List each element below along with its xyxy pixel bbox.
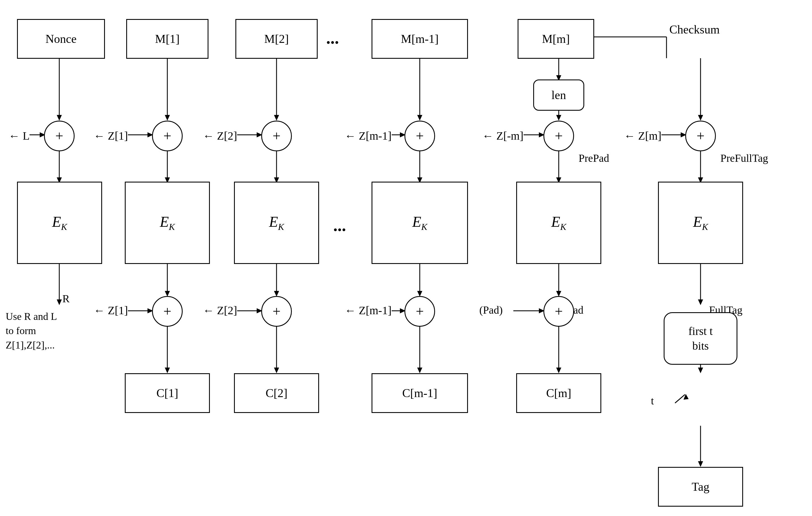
m2-label: M[2] bbox=[264, 32, 289, 46]
xor4-circle: + bbox=[404, 120, 435, 151]
ek5-box: EK bbox=[516, 182, 601, 264]
ek4-box: EK bbox=[372, 182, 468, 264]
c2-label: C[2] bbox=[266, 386, 288, 400]
prefulltag-label: PreFullTag bbox=[720, 152, 768, 164]
svg-marker-65 bbox=[698, 368, 703, 373]
dots-top: ... bbox=[326, 28, 339, 48]
c1-label: C[1] bbox=[156, 386, 178, 400]
xor2-circle: + bbox=[152, 120, 183, 151]
svg-marker-25 bbox=[274, 291, 279, 297]
prepad-label: PrePad bbox=[579, 152, 609, 164]
ek2-box: EK bbox=[125, 182, 210, 264]
svg-marker-59 bbox=[698, 115, 703, 120]
checksum-label: Checksum bbox=[669, 23, 720, 36]
use-r-label: Use R and Lto formZ[1],Z[2],... bbox=[6, 309, 57, 352]
mm1-label: M[m-1] bbox=[401, 32, 439, 46]
svg-marker-63 bbox=[698, 299, 703, 305]
dots-mid: ... bbox=[333, 216, 346, 235]
ek4-label: EK bbox=[412, 213, 427, 232]
svg-marker-67 bbox=[698, 461, 703, 467]
xor-bot5-circle: + bbox=[544, 296, 574, 327]
z1-top-label: ← Z[1] bbox=[94, 129, 128, 142]
ek1-box: EK bbox=[17, 182, 102, 264]
m1-box: M[1] bbox=[126, 19, 208, 59]
svg-marker-37 bbox=[417, 291, 422, 297]
ek2-label: EK bbox=[160, 213, 175, 232]
mm-box: M[m] bbox=[518, 19, 594, 59]
svg-marker-21 bbox=[274, 115, 279, 120]
first-t-bits-box: first tbits bbox=[664, 312, 737, 365]
xor1-circle: + bbox=[44, 120, 75, 151]
cm1-label: C[m-1] bbox=[402, 386, 437, 400]
svg-marker-15 bbox=[165, 368, 170, 373]
c1-box: C[1] bbox=[125, 373, 210, 413]
len-box: len bbox=[533, 79, 584, 111]
ek5-label: EK bbox=[551, 213, 566, 232]
nonce-box: Nonce bbox=[17, 19, 105, 59]
m1-label: M[1] bbox=[155, 32, 179, 46]
cm-box: C[m] bbox=[516, 373, 601, 413]
ek1-label: EK bbox=[52, 213, 67, 232]
mm1-box: M[m-1] bbox=[372, 19, 468, 59]
svg-marker-13 bbox=[165, 291, 170, 297]
xor3-circle: + bbox=[261, 120, 292, 151]
svg-marker-1 bbox=[57, 115, 62, 120]
pad-z-label: (Pad) bbox=[479, 304, 502, 316]
svg-marker-27 bbox=[274, 368, 279, 373]
xor-bot4-circle: + bbox=[404, 296, 435, 327]
svg-marker-9 bbox=[165, 115, 170, 120]
zm1-bot-label: ← Z[m-1] bbox=[345, 304, 392, 317]
ek3-label: EK bbox=[269, 213, 284, 232]
nonce-label: Nonce bbox=[46, 32, 77, 46]
c2-box: C[2] bbox=[234, 373, 319, 413]
svg-marker-39 bbox=[417, 368, 422, 373]
m2-box: M[2] bbox=[235, 19, 318, 59]
l-label: ← L bbox=[8, 129, 29, 142]
r-label: R bbox=[62, 292, 69, 305]
svg-line-72 bbox=[675, 395, 685, 403]
zm-pos-label: ← Z[m] bbox=[624, 129, 661, 142]
ek6-box: EK bbox=[658, 182, 743, 264]
tag-label: Tag bbox=[692, 480, 709, 494]
len-label: len bbox=[551, 88, 566, 102]
cm-label: C[m] bbox=[546, 386, 572, 400]
z2-top-label: ← Z[2] bbox=[203, 129, 237, 142]
mm-label: M[m] bbox=[542, 32, 570, 46]
t-label: t bbox=[651, 395, 654, 407]
svg-marker-53 bbox=[556, 368, 561, 373]
zm-neg-label: ← Z[-m] bbox=[482, 129, 524, 142]
zm1-top-label: ← Z[m-1] bbox=[345, 129, 392, 142]
xor-bot3-circle: + bbox=[261, 296, 292, 327]
xor6-circle: + bbox=[685, 120, 716, 151]
cm1-box: C[m-1] bbox=[372, 373, 468, 413]
svg-marker-73 bbox=[684, 394, 689, 400]
svg-marker-47 bbox=[556, 115, 561, 120]
xor-bot2-circle: + bbox=[152, 296, 183, 327]
ek6-label: EK bbox=[693, 213, 708, 232]
xor5-circle: + bbox=[544, 120, 574, 151]
tag-box: Tag bbox=[658, 467, 743, 507]
svg-marker-33 bbox=[417, 115, 422, 120]
svg-marker-51 bbox=[556, 291, 561, 297]
z1-bot-label: ← Z[1] bbox=[94, 304, 128, 317]
ek3-box: EK bbox=[234, 182, 319, 264]
z2-bot-label: ← Z[2] bbox=[203, 304, 237, 317]
diagram: Nonce M[1] M[2] M[m-1] M[m] Checksum len… bbox=[0, 0, 812, 516]
svg-marker-5 bbox=[57, 299, 62, 305]
